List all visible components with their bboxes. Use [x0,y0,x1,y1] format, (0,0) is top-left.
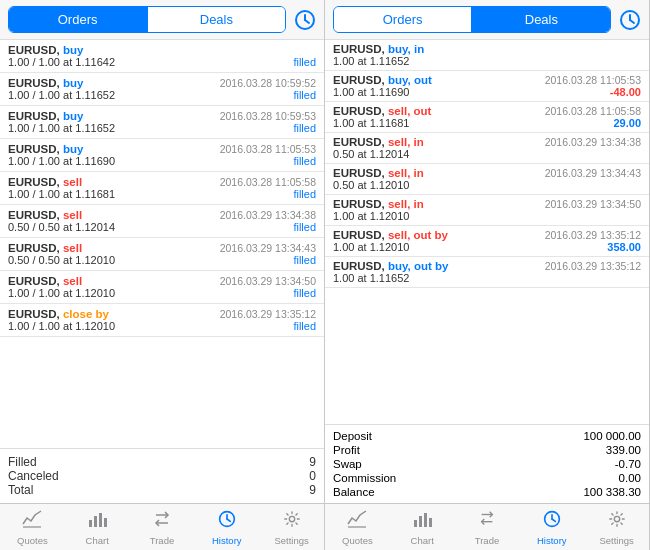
summary-canceled-row: Canceled 0 [8,469,316,483]
summary-total-label: Total [8,483,33,497]
right-nav-settings[interactable]: Settings [584,508,649,548]
right-nav-chart-label: Chart [411,535,434,546]
svg-line-2 [305,20,309,23]
deal-item: EURUSD, sell, in 2016.03.29 13:34:38 0.5… [325,133,649,164]
summary-total-row: Total 9 [8,483,316,497]
deposit-value: 100 000.00 [583,430,641,442]
right-chart-icon [412,510,432,534]
balance-label: Balance [333,486,375,498]
right-nav-history-label: History [537,535,567,546]
commission-value: 0.00 [619,472,641,484]
balance-section: Deposit 100 000.00 Profit 339.00 Swap -0… [325,424,649,503]
svg-line-15 [630,20,634,23]
left-nav-trade-label: Trade [150,535,174,546]
svg-point-25 [614,517,619,522]
deposit-label: Deposit [333,430,372,442]
summary-filled-label: Filled [8,455,37,469]
svg-rect-4 [94,516,97,527]
swap-value: -0.70 [615,458,641,470]
right-tab-bar: Orders Deals [325,0,649,40]
deal-item: EURUSD, sell, out by 2016.03.29 13:35:12… [325,226,649,257]
right-nav-history[interactable]: History [519,508,584,548]
right-deals-tab[interactable]: Deals [473,7,610,32]
left-deals-tab[interactable]: Deals [148,7,285,32]
right-orders-tab[interactable]: Orders [334,7,471,32]
chart-icon [87,510,107,534]
balance-value: 100 338.30 [583,486,641,498]
balance-total-row: Balance 100 338.30 [333,485,641,499]
deal-item: EURUSD, buy, out 2016.03.28 11:05:53 1.0… [325,71,649,102]
left-bottom-nav: Quotes Chart Tra [0,503,324,550]
right-nav-trade[interactable]: Trade [455,508,520,548]
left-tab-group: Orders Deals [8,6,286,33]
right-deals-list: EURUSD, buy, in 1.00 at 1.11652 EURUSD, … [325,40,649,424]
deal-item: EURUSD, buy, out by 2016.03.29 13:35:12 … [325,257,649,288]
deal-item: EURUSD, buy, in 1.00 at 1.11652 [325,40,649,71]
left-nav-history-label: History [212,535,242,546]
right-history-icon [542,510,562,534]
left-nav-settings[interactable]: Settings [259,508,324,548]
left-tab-bar: Orders Deals [0,0,324,40]
svg-rect-18 [424,513,427,527]
right-nav-quotes-label: Quotes [342,535,373,546]
left-clock-button[interactable] [294,9,316,31]
summary-canceled-label: Canceled [8,469,59,483]
profit-label: Profit [333,444,360,456]
left-nav-trade[interactable]: Trade [130,508,195,548]
right-nav-settings-label: Settings [599,535,633,546]
svg-line-24 [552,519,555,521]
balance-swap-row: Swap -0.70 [333,457,641,471]
right-trade-icon [477,510,497,534]
left-nav-chart[interactable]: Chart [65,508,130,548]
profit-value: 339.00 [606,444,641,456]
trade-icon [152,510,172,534]
trade-item: EURUSD, buy 2016.03.28 10:59:53 1.00 / 1… [0,106,324,139]
right-clock-button[interactable] [619,9,641,31]
summary-canceled-value: 0 [309,469,316,483]
summary-filled-row: Filled 9 [8,455,316,469]
svg-point-12 [289,517,294,522]
trade-item: EURUSD, close by 2016.03.29 13:35:12 1.0… [0,304,324,337]
trade-item: EURUSD, sell 2016.03.29 13:34:38 0.50 / … [0,205,324,238]
balance-profit-row: Profit 339.00 [333,443,641,457]
svg-rect-17 [419,516,422,527]
right-quotes-icon [347,510,367,534]
right-nav-trade-label: Trade [475,535,499,546]
svg-rect-16 [414,520,417,527]
swap-label: Swap [333,458,362,470]
balance-deposit-row: Deposit 100 000.00 [333,429,641,443]
svg-rect-19 [429,518,432,527]
summary-total-value: 9 [309,483,316,497]
trade-item: EURUSD, buy 2016.03.28 10:59:52 1.00 / 1… [0,73,324,106]
trade-item: EURUSD, buy 2016.03.28 11:05:53 1.00 / 1… [0,139,324,172]
trade-item: EURUSD, sell 2016.03.29 13:34:50 1.00 / … [0,271,324,304]
left-nav-settings-label: Settings [274,535,308,546]
left-trade-list: EURUSD, buy 1.00 / 1.00 at 1.11642 fille… [0,40,324,448]
trade-item: EURUSD, sell 2016.03.29 13:34:43 0.50 / … [0,238,324,271]
commission-label: Commission [333,472,396,484]
left-nav-chart-label: Chart [86,535,109,546]
deal-item: EURUSD, sell, in 2016.03.29 13:34:50 1.0… [325,195,649,226]
svg-rect-6 [104,518,107,527]
right-nav-chart[interactable]: Chart [390,508,455,548]
history-icon-active [217,510,237,534]
left-panel: Orders Deals EURUSD, buy 1.00 / 1.00 at … [0,0,325,550]
trade-item: EURUSD, buy 1.00 / 1.00 at 1.11642 fille… [0,40,324,73]
deal-item: EURUSD, sell, out 2016.03.28 11:05:58 1.… [325,102,649,133]
deal-item: EURUSD, sell, in 2016.03.29 13:34:43 0.5… [325,164,649,195]
svg-rect-5 [99,513,102,527]
right-nav-quotes[interactable]: Quotes [325,508,390,548]
svg-rect-3 [89,520,92,527]
right-bottom-nav: Quotes Chart Tra [325,503,649,550]
left-nav-history[interactable]: History [194,508,259,548]
left-orders-tab[interactable]: Orders [9,7,146,32]
right-panel: Orders Deals EURUSD, buy, in 1.00 at 1.1… [325,0,650,550]
summary-filled-value: 9 [309,455,316,469]
quotes-icon [22,510,42,534]
left-nav-quotes[interactable]: Quotes [0,508,65,548]
right-tab-group: Orders Deals [333,6,611,33]
balance-commission-row: Commission 0.00 [333,471,641,485]
settings-icon [282,510,302,534]
left-summary: Filled 9 Canceled 0 Total 9 [0,448,324,503]
right-settings-icon [607,510,627,534]
